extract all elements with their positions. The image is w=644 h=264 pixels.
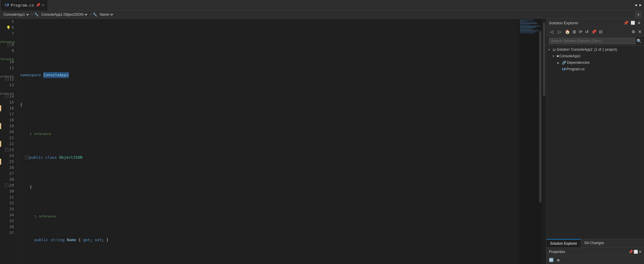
breadcrumb-sep1: › (31, 12, 33, 17)
breadcrumb-cs-icon: 🔧 (34, 12, 39, 17)
se-collapse-all-button[interactable]: ⊟ (598, 29, 604, 35)
gutter-line-33: 33 (0, 206, 15, 212)
se-title: Solution Explorer (549, 21, 578, 25)
se-settings-button[interactable]: ⚙ (630, 29, 637, 35)
se-solution-label: Solution 'ConsoleApp1' (1 of 1 project) (557, 47, 617, 52)
gutter-line-37: 37 (0, 230, 15, 236)
se-back-button[interactable]: ◁ (548, 29, 555, 35)
se-project-expand[interactable]: ▼ (552, 55, 556, 58)
se-pin2-button[interactable]: 📌 (590, 29, 597, 35)
code-line-6: namespace ConsoleApp1 (20, 72, 518, 78)
se-maximize-button[interactable]: ⬜ (630, 20, 636, 26)
gutter-line-18: 18 (0, 117, 15, 123)
collapse-8[interactable]: − (7, 43, 11, 47)
code-line-10: public string Name { get ; set ; } (20, 237, 518, 243)
file-cs-icon: C# (5, 3, 9, 7)
vertical-scrollbar[interactable] (542, 19, 546, 264)
breadcrumb-tool-icon: 🔧 (93, 12, 97, 17)
se-forward-button[interactable]: ▷ (556, 29, 563, 35)
gutter-line-5: 5 (0, 19, 15, 25)
gutter-line-29: − 29 (0, 182, 15, 188)
se-home-button[interactable]: 🏠 (564, 29, 571, 35)
lightbulb-icon[interactable]: 💡 (6, 25, 11, 31)
gutter-line-35: 35 (0, 218, 15, 224)
prop-maximize-button[interactable]: ⬜ (634, 250, 638, 254)
scroll-right-icon[interactable]: ▶ (638, 3, 643, 7)
gutter-line-19: 19 (0, 123, 15, 129)
code-line-7: { (20, 102, 518, 108)
ref-hint-10: 1 reference (20, 214, 518, 219)
collapse-14[interactable]: − (5, 95, 9, 98)
properties-header: Properties 📌 ⬜ ✕ (547, 247, 644, 256)
se-bottom-tabs: Solution Explorer Git Changes (547, 239, 644, 247)
se-dependencies-item[interactable]: ▶ 🔗 Dependencies (547, 59, 644, 66)
se-header: Solution Explorer 📌 ⬜ ✕ (547, 19, 644, 27)
gutter-line-31: 31 (0, 194, 15, 200)
gutter-line-25: 25 (0, 159, 15, 165)
se-program-cs-item[interactable]: C# Program.cs (547, 66, 644, 72)
project-icon: ■ (557, 54, 559, 58)
breadcrumb-project[interactable]: ConsoleApp1 (2, 12, 30, 17)
prop-pin-button[interactable]: 📌 (629, 250, 633, 254)
se-dependencies-label: Dependencies (567, 61, 590, 65)
se-tab-solution-explorer[interactable]: Solution Explorer (547, 239, 581, 247)
collapse-29[interactable]: − (5, 184, 9, 187)
tab-program-cs[interactable]: C# Program.cs 📌 ✕ (1, 0, 48, 10)
prop-sort-alpha-button[interactable]: 🔤 (548, 257, 555, 263)
gutter-line-17: 17 (0, 111, 15, 117)
gutter-line-20: 20 (0, 129, 15, 135)
gutter-line-10: 1 reference 10 (0, 54, 15, 65)
scroll-left-icon[interactable]: ◀ (633, 3, 638, 7)
se-project-label: ConsoleApp1 (559, 54, 581, 58)
breadcrumb-namespace[interactable]: ConsoleApp1.ObjectJSON (40, 12, 88, 17)
collapse-12[interactable]: − (5, 77, 9, 81)
gutter-line-34: 34 (0, 212, 15, 218)
add-member-button[interactable]: + (635, 11, 642, 18)
solution-explorer-panel: Solution Explorer 📌 ⬜ ✕ ◁ ▷ 🏠 ⊞ ⟳ ↺ 📌 ⊟ … (546, 19, 644, 264)
tab-label: Program.cs (11, 3, 34, 7)
code-lines: namespace ConsoleApp1 { 1 reference − (18, 19, 518, 264)
editor-area: 5 💡 6 7 1 reference − (0, 19, 546, 264)
se-tab-git-changes[interactable]: Git Changes (581, 239, 608, 247)
se-filter-button[interactable]: ⊞ (571, 29, 577, 35)
main-layout: 5 💡 6 7 1 reference − (0, 19, 644, 264)
gutter-line-16: 16 (0, 105, 15, 111)
gutter-line-30: 30 (0, 188, 15, 194)
se-dep-expand[interactable]: ▶ (557, 61, 561, 64)
se-close-button[interactable]: ✕ (637, 20, 642, 26)
se-refresh-button[interactable]: ↺ (584, 29, 590, 35)
collapse-23[interactable]: − (5, 148, 9, 152)
dependencies-icon: 🔗 (562, 61, 566, 65)
breadcrumb-bar: ConsoleApp1 › 🔧 ConsoleApp1.ObjectJSON ›… (0, 10, 644, 19)
code-scroll-area[interactable]: 5 💡 6 7 1 reference − (0, 19, 518, 264)
se-program-cs-label: Program.cs (566, 67, 584, 71)
se-sync-button[interactable]: ⟳ (578, 29, 584, 35)
gutter-line-8: 1 reference − 8 (0, 36, 15, 48)
ref-hint-8: 1 reference (20, 131, 518, 137)
gutter-line-36: 36 (0, 224, 15, 230)
se-pin-button[interactable]: 📌 (623, 20, 629, 26)
code-line-5 (20, 42, 518, 48)
se-solution-item[interactable]: ▼ 🗂 Solution 'ConsoleApp1' (1 of 1 proje… (547, 46, 644, 53)
gutter: 5 💡 6 7 1 reference − (0, 19, 18, 264)
tab-pin-icon[interactable]: 📌 (36, 3, 40, 7)
gutter-line-15: 15 (0, 99, 15, 105)
se-toolbar: ◁ ▷ 🏠 ⊞ ⟳ ↺ 📌 ⊟ ⚙ ✕ (547, 27, 644, 36)
tab-close-icon[interactable]: ✕ (42, 3, 44, 7)
gutter-line-21: 21 (0, 135, 15, 141)
se-solution-expand[interactable]: ▼ (548, 48, 552, 51)
code-line-9: { (20, 184, 518, 190)
se-project-item[interactable]: ▼ ■ ConsoleApp1 (547, 53, 644, 59)
prop-close-button[interactable]: ✕ (639, 250, 642, 254)
prop-sort-cat-button[interactable]: ≣ (555, 257, 561, 263)
se-close2-button[interactable]: ✕ (637, 29, 643, 35)
solution-icon: 🗂 (552, 47, 556, 52)
gutter-line-26: 26 (0, 165, 15, 171)
se-search-input[interactable] (549, 38, 635, 44)
properties-toolbar: 🔤 ≣ (547, 256, 644, 264)
gutter-line-32: 32 (0, 200, 15, 206)
gutter-line-24: 24 (0, 153, 15, 159)
minimap (518, 19, 542, 264)
breadcrumb-sep2: › (89, 12, 92, 17)
breadcrumb-member[interactable]: Name (98, 12, 114, 17)
